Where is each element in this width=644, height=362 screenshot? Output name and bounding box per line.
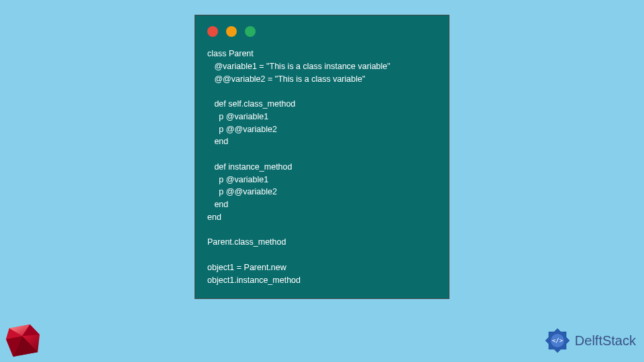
delftstack-logo-icon: </> bbox=[544, 327, 571, 354]
ruby-logo-icon bbox=[4, 323, 43, 358]
delftstack-name: DelftStack bbox=[575, 333, 636, 349]
close-icon bbox=[207, 26, 218, 37]
delftstack-branding: </> DelftStack bbox=[544, 327, 636, 354]
svg-text:</>: </> bbox=[552, 337, 564, 344]
minimize-icon bbox=[226, 26, 237, 37]
window-controls bbox=[207, 26, 437, 37]
maximize-icon bbox=[245, 26, 256, 37]
code-block: class Parent @variable1 = "This is a cla… bbox=[207, 48, 437, 286]
code-window: class Parent @variable1 = "This is a cla… bbox=[195, 15, 449, 299]
